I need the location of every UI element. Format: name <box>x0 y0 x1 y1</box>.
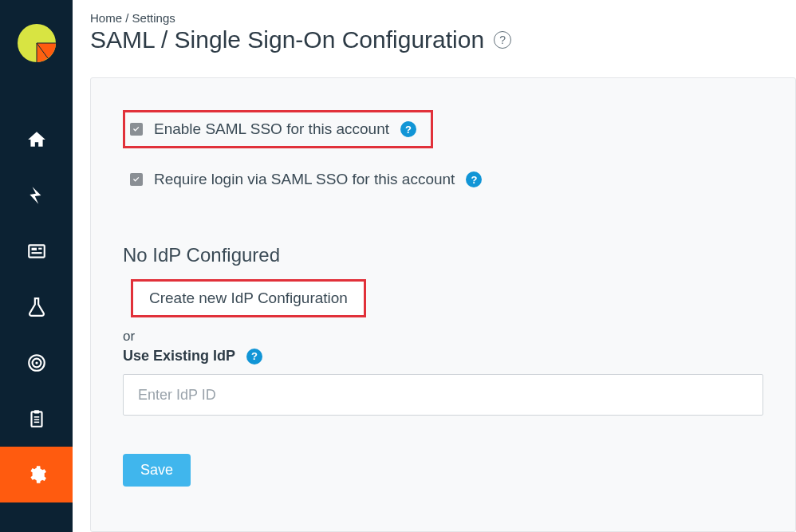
settings-card: Enable SAML SSO for this account ? Requi… <box>90 77 796 532</box>
help-icon[interactable]: ? <box>494 31 511 49</box>
enable-help-icon[interactable]: ? <box>400 121 416 137</box>
or-text: or <box>123 329 763 345</box>
svg-rect-5 <box>31 248 37 250</box>
sidebar <box>0 0 73 532</box>
existing-help-icon[interactable]: ? <box>246 349 262 365</box>
svg-rect-12 <box>33 410 39 413</box>
svg-point-10 <box>35 361 37 364</box>
sidebar-item-target[interactable] <box>0 335 73 391</box>
sidebar-item-labs[interactable] <box>0 279 73 335</box>
sidebar-item-clipboard[interactable] <box>0 391 73 447</box>
idp-id-input[interactable] <box>123 374 763 416</box>
svg-rect-4 <box>29 245 45 257</box>
enable-saml-row: Enable SAML SSO for this account ? <box>123 110 433 148</box>
sidebar-item-activity[interactable] <box>0 167 73 223</box>
breadcrumb-settings[interactable]: Settings <box>132 11 175 25</box>
main-content: Home / Settings SAML / Single Sign-On Co… <box>73 0 796 532</box>
create-idp-button[interactable]: Create new IdP Configuration <box>131 279 366 317</box>
require-saml-label: Require login via SAML SSO for this acco… <box>154 171 455 188</box>
require-help-icon[interactable]: ? <box>466 171 482 187</box>
breadcrumb: Home / Settings <box>90 11 796 25</box>
require-saml-checkbox[interactable] <box>130 173 143 186</box>
sidebar-nav <box>0 112 73 532</box>
require-saml-row: Require login via SAML SSO for this acco… <box>123 171 763 188</box>
sidebar-item-home[interactable] <box>0 112 73 167</box>
enable-saml-label: Enable SAML SSO for this account <box>154 120 389 138</box>
page-title: SAML / Single Sign-On Configuration <box>90 26 484 53</box>
existing-idp-label: Use Existing IdP <box>123 348 235 365</box>
existing-idp-row: Use Existing IdP ? <box>123 348 763 365</box>
app-logo <box>16 22 57 64</box>
breadcrumb-home[interactable]: Home <box>90 11 122 25</box>
breadcrumb-sep: / <box>122 11 132 25</box>
enable-saml-checkbox[interactable] <box>130 123 143 136</box>
save-button[interactable]: Save <box>123 454 191 487</box>
idp-heading: No IdP Configured <box>123 244 763 266</box>
sidebar-item-news[interactable] <box>0 223 73 279</box>
sidebar-item-settings[interactable] <box>0 447 73 502</box>
